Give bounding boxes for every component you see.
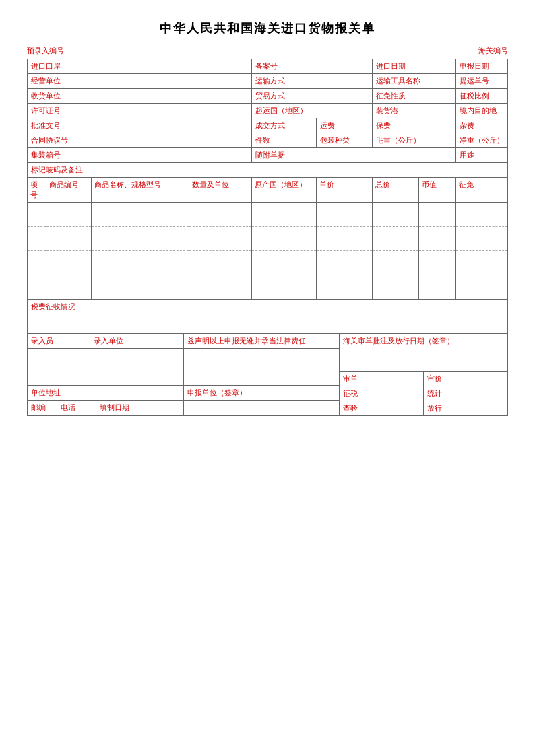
net-weight-cell: 净重（公斤） bbox=[455, 133, 507, 148]
origin-country-label: 起运国（地区） bbox=[255, 106, 307, 114]
stats-label: 统计 bbox=[427, 389, 442, 397]
insurance-label: 保费 bbox=[376, 121, 391, 129]
bottom-table: 录入员 录入单位 兹声明以上申报无讹并承当法律费任 bbox=[27, 333, 508, 416]
loading-port-label: 装货港 bbox=[376, 106, 398, 114]
pieces-cell: 件数 bbox=[252, 133, 317, 148]
bl-no-label: 提运单号 bbox=[460, 77, 489, 85]
attached-docs-cell: 随附单据 bbox=[252, 148, 456, 163]
declare-date-label: 申报日期 bbox=[460, 62, 489, 70]
postal-cell: 邮编 电话 填制日期 bbox=[28, 401, 183, 415]
trade-terms-cell: 成交方式 bbox=[252, 118, 317, 133]
customs-approval-label: 海关审单批注及放行日期（签章） bbox=[343, 337, 454, 345]
col-tax-exempt: 征免 bbox=[455, 178, 507, 203]
goods-3-unit-price bbox=[317, 251, 373, 275]
goods-2-total bbox=[373, 227, 419, 251]
tax-cell: 征税 bbox=[340, 386, 423, 401]
tax-stats-row: 征税 统计 bbox=[340, 386, 507, 401]
goods-1-unit-price bbox=[317, 203, 373, 227]
goods-2-currency bbox=[418, 227, 455, 251]
bottom-left-cell: 录入员 录入单位 兹声明以上申报无讹并承当法律费任 bbox=[28, 334, 340, 416]
goods-2-item bbox=[28, 227, 46, 251]
goods-row-3 bbox=[28, 251, 508, 275]
marks-label: 标记唛码及备注 bbox=[31, 166, 83, 174]
net-weight-label: 净重（公斤） bbox=[460, 136, 504, 144]
business-unit-label: 经营单位 bbox=[31, 77, 61, 85]
inspect-release-row: 查验 放行 bbox=[340, 401, 507, 415]
goods-4-qty bbox=[189, 275, 252, 300]
transport-mode-label: 运输方式 bbox=[255, 77, 285, 85]
unit-address-cell: 单位地址 bbox=[28, 386, 183, 401]
entry-unit-value bbox=[90, 349, 183, 386]
goods-4-item bbox=[28, 275, 46, 300]
bl-no-cell: 提运单号 bbox=[455, 74, 507, 89]
license-no-label: 许可证号 bbox=[31, 106, 61, 114]
tax-rate-cell: 征税比例 bbox=[455, 89, 507, 104]
insurance-cell: 保费 bbox=[373, 118, 456, 133]
license-no-cell: 许可证号 bbox=[28, 104, 252, 118]
col-origin: 原产国（地区） bbox=[252, 178, 317, 203]
goods-3-code bbox=[46, 251, 91, 275]
approval-no-label: 批准文号 bbox=[31, 121, 61, 129]
price-check-cell: 审价 bbox=[424, 371, 507, 386]
import-port-label: 进口口岸 bbox=[31, 62, 61, 70]
goods-1-name bbox=[91, 203, 189, 227]
postal-code-label: 邮编 bbox=[31, 403, 46, 411]
audit-label: 审单 bbox=[343, 374, 358, 382]
destination-label: 境内目的地 bbox=[460, 106, 497, 114]
trade-terms-label: 成交方式 bbox=[255, 121, 285, 129]
goods-row-4 bbox=[28, 275, 508, 300]
contract-no-cell: 合同协议号 bbox=[28, 133, 252, 148]
misc-cell: 杂费 bbox=[455, 118, 507, 133]
bottom-right-cell: 海关审单批注及放行日期（签章） 审单 审价 征税 bbox=[340, 334, 508, 416]
customs-no-label: 海关编号 bbox=[478, 46, 508, 56]
trade-mode-cell: 贸易方式 bbox=[252, 89, 373, 104]
goods-3-tax bbox=[455, 251, 507, 275]
consignee-cell: 收货单位 bbox=[28, 89, 252, 104]
goods-4-origin bbox=[252, 275, 317, 300]
col-unit-price: 单价 bbox=[317, 178, 373, 203]
goods-2-unit-price bbox=[317, 227, 373, 251]
release-cell: 放行 bbox=[424, 401, 507, 415]
goods-4-total bbox=[373, 275, 419, 300]
audit-row: 审单 审价 bbox=[340, 371, 507, 386]
goods-3-item bbox=[28, 251, 46, 275]
tax-exempt-cell: 征免性质 bbox=[373, 89, 456, 104]
goods-2-code bbox=[46, 227, 91, 251]
page-title: 中华人民共和国海关进口货物报关单 bbox=[27, 20, 508, 36]
goods-2-qty bbox=[189, 227, 252, 251]
entry-person-cell: 录入员 bbox=[28, 334, 90, 349]
goods-4-tax bbox=[455, 275, 507, 300]
misc-label: 杂费 bbox=[460, 121, 474, 129]
declaration-sign-area bbox=[183, 349, 339, 386]
record-no-cell: 备案号 bbox=[252, 59, 373, 74]
entry-unit-cell: 录入单位 bbox=[90, 334, 183, 349]
audit-cell: 审单 bbox=[340, 371, 423, 386]
import-port-cell: 进口口岸 bbox=[28, 59, 252, 74]
tax-rate-label: 征税比例 bbox=[460, 92, 489, 100]
bottom-right-table: 海关审单批注及放行日期（签章） 审单 审价 征税 bbox=[340, 334, 507, 415]
declare-unit-cell: 申报单位（签章） bbox=[183, 386, 339, 401]
entry-unit-label: 录入单位 bbox=[94, 337, 123, 345]
import-date-cell: 进口日期 bbox=[373, 59, 456, 74]
unit-address-label: 单位地址 bbox=[31, 388, 61, 397]
goods-4-name bbox=[91, 275, 189, 300]
goods-header-row: 项号 商品编号 商品名称、规格型号 数量及单位 原产国（地区） 单价 总价 币值… bbox=[28, 178, 508, 203]
row-approval: 批准文号 成交方式 运费 保费 杂费 bbox=[28, 118, 508, 133]
row-consignee: 收货单位 贸易方式 征免性质 征税比例 bbox=[28, 89, 508, 104]
transport-mode-cell: 运输方式 bbox=[252, 74, 373, 89]
declaration-cell: 兹声明以上申报无讹并承当法律费任 bbox=[183, 334, 339, 349]
container-no-label: 集装箱号 bbox=[31, 151, 61, 159]
pieces-label: 件数 bbox=[255, 136, 270, 144]
goods-2-tax bbox=[455, 227, 507, 251]
business-unit-cell: 经营单位 bbox=[28, 74, 252, 89]
goods-2-origin bbox=[252, 227, 317, 251]
bottom-left-header-row: 录入员 录入单位 兹声明以上申报无讹并承当法律费任 bbox=[28, 334, 339, 349]
pre-header: 预录入编号 海关编号 bbox=[27, 46, 508, 56]
transport-tool-cell: 运输工具名称 bbox=[373, 74, 456, 89]
pre-entry-no-label: 预录入编号 bbox=[27, 46, 64, 56]
page: 中华人民共和国海关进口货物报关单 预录入编号 海关编号 进口口岸 备案号 进口日… bbox=[0, 0, 535, 756]
declare-unit-label: 申报单位（签章） bbox=[187, 388, 247, 397]
goods-1-currency bbox=[418, 203, 455, 227]
inspect-label: 查验 bbox=[343, 404, 358, 412]
declaration-label: 兹声明以上申报无讹并承当法律费任 bbox=[187, 337, 306, 345]
